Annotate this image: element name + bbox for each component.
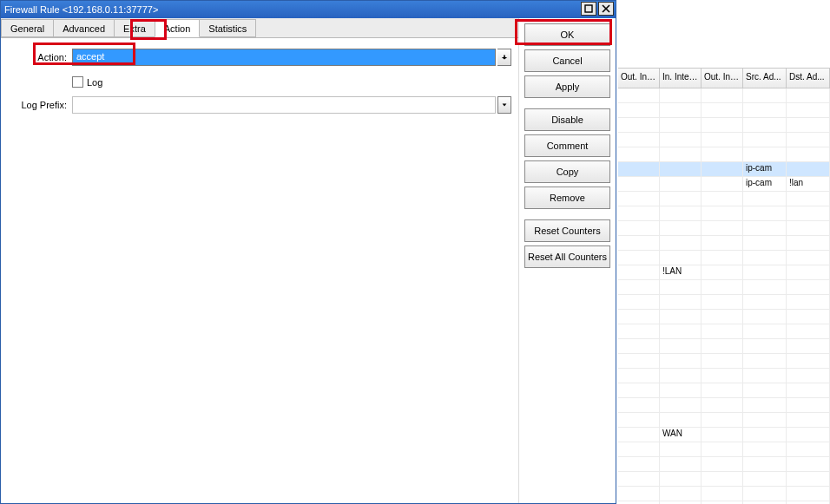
grid-cell (702, 487, 743, 501)
table-row[interactable] (618, 369, 830, 383)
logprefix-input[interactable] (72, 96, 496, 114)
grid-cell (787, 472, 830, 486)
table-row[interactable] (618, 354, 830, 369)
table-row[interactable] (618, 324, 830, 339)
table-row[interactable] (618, 472, 830, 487)
log-label: Log (87, 77, 102, 88)
ok-button[interactable]: OK (524, 23, 610, 46)
grid-header-cell[interactable]: Src. Ad... (743, 69, 787, 88)
tab-action[interactable]: Action (155, 19, 201, 37)
grid-cell (702, 221, 743, 235)
grid-cell (743, 487, 787, 501)
tab-general[interactable]: General (1, 19, 54, 37)
table-row[interactable] (618, 103, 830, 118)
action-select[interactable]: accept (72, 49, 496, 66)
tab-statistics[interactable]: Statistics (199, 19, 256, 37)
grid-header-cell[interactable]: In. Inter... (660, 69, 702, 88)
grid-cell (660, 236, 702, 250)
grid-cell (618, 265, 660, 279)
grid-cell (702, 162, 743, 176)
table-row[interactable] (618, 398, 830, 413)
copy-button[interactable]: Copy (524, 160, 610, 183)
grid-cell (702, 88, 743, 102)
table-row[interactable]: WAN (618, 428, 830, 442)
grid-cell (618, 192, 660, 206)
table-row[interactable] (618, 280, 830, 295)
grid-cell (660, 221, 702, 235)
table-row[interactable] (618, 413, 830, 428)
close-icon[interactable] (598, 2, 614, 16)
grid-cell (618, 442, 660, 456)
table-row[interactable] (618, 133, 830, 147)
table-row[interactable] (618, 192, 830, 206)
tab-advanced[interactable]: Advanced (53, 19, 115, 37)
logprefix-dropdown-arrow-icon[interactable] (497, 96, 511, 114)
grid-cell (660, 133, 702, 147)
table-row[interactable] (618, 339, 830, 354)
grid-cell (787, 295, 830, 309)
grid-rows: ip-camip-cam!lan!LANWAN (618, 88, 830, 504)
table-row[interactable] (618, 295, 830, 310)
table-row[interactable] (618, 236, 830, 251)
grid-cell (660, 354, 702, 368)
grid-cell (618, 88, 660, 102)
table-row[interactable]: ip-cam (618, 162, 830, 177)
grid-cell (702, 339, 743, 353)
grid-cell (618, 310, 660, 324)
table-row[interactable] (618, 442, 830, 457)
table-row[interactable] (618, 383, 830, 398)
table-row[interactable] (618, 310, 830, 324)
grid-cell (743, 280, 787, 294)
table-row[interactable] (618, 118, 830, 133)
table-row[interactable] (618, 206, 830, 221)
grid-cell (618, 413, 660, 427)
grid-header-cell[interactable]: Out. Int... (618, 69, 660, 88)
reset-counters-button[interactable]: Reset Counters (524, 219, 610, 242)
grid-cell (702, 369, 743, 383)
grid-cell (618, 324, 660, 338)
grid-cell (787, 383, 830, 397)
grid-cell (660, 442, 702, 456)
table-row[interactable]: !LAN (618, 265, 830, 280)
grid-header-cell[interactable]: Dst. Ad... (787, 69, 830, 88)
grid-cell (702, 472, 743, 486)
grid-cell (702, 354, 743, 368)
action-dropdown-arrow-icon[interactable] (497, 49, 511, 66)
cancel-button[interactable]: Cancel (524, 49, 610, 72)
grid-cell (702, 295, 743, 309)
grid-cell (618, 177, 660, 191)
grid-cell (660, 324, 702, 338)
maximize-icon[interactable] (581, 2, 596, 16)
table-row[interactable] (618, 88, 830, 103)
tab-extra[interactable]: Extra (114, 19, 155, 37)
table-row[interactable] (618, 147, 830, 162)
grid-cell (743, 88, 787, 102)
grid-cell (787, 442, 830, 456)
table-row[interactable] (618, 487, 830, 501)
grid-cell (743, 133, 787, 147)
table-row[interactable]: ip-cam!lan (618, 177, 830, 192)
grid-cell (787, 324, 830, 338)
grid-cell (660, 369, 702, 383)
table-row[interactable] (618, 251, 830, 265)
grid-header-row: Out. Int...In. Inter...Out. Int...Src. A… (618, 68, 830, 88)
reset-all-counters-button[interactable]: Reset All Counters (524, 245, 610, 268)
apply-button[interactable]: Apply (524, 75, 610, 98)
grid-header-cell[interactable]: Out. Int... (702, 69, 743, 88)
disable-button[interactable]: Disable (524, 108, 610, 131)
grid-cell (702, 324, 743, 338)
log-checkbox[interactable] (72, 76, 83, 88)
grid-cell (743, 206, 787, 220)
grid-cell: ip-cam (743, 177, 787, 191)
table-row[interactable] (618, 457, 830, 472)
remove-button[interactable]: Remove (524, 187, 610, 209)
grid-cell (743, 457, 787, 471)
grid-cell (743, 192, 787, 206)
comment-button[interactable]: Comment (524, 134, 610, 157)
grid-cell (743, 369, 787, 383)
grid-cell (660, 162, 702, 176)
table-row[interactable] (618, 221, 830, 236)
grid-cell (660, 206, 702, 220)
grid-cell (618, 103, 660, 117)
grid-cell (702, 192, 743, 206)
